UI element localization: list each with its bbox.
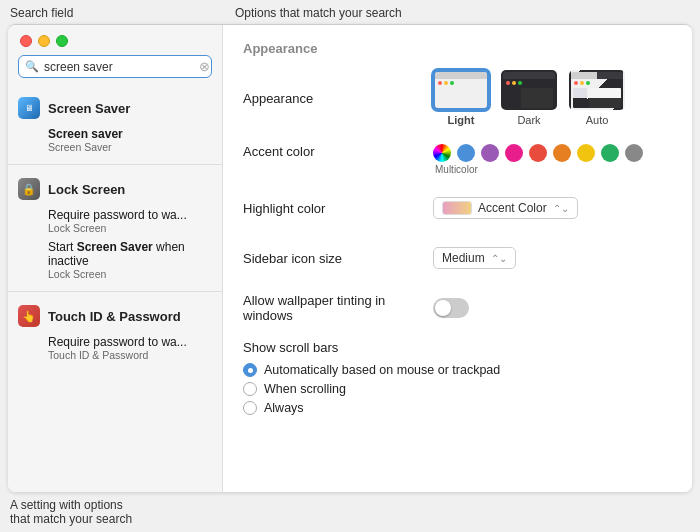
appearance-label: Appearance — [243, 91, 433, 106]
highlight-color-row: Highlight color Accent Color ⌃⌄ — [243, 190, 672, 226]
scroll-always-label: Always — [264, 401, 304, 415]
accent-color-pink[interactable] — [505, 144, 523, 162]
item-subtitle: Lock Screen — [48, 222, 212, 234]
lock-screen-icon: 🔒 — [18, 178, 40, 200]
top-annotations: Search field Options that match your sea… — [0, 0, 700, 24]
scroll-scrolling-radio[interactable] — [243, 382, 257, 396]
touch-id-label: Touch ID & Password — [48, 309, 181, 324]
minimize-button[interactable] — [38, 35, 50, 47]
close-button[interactable] — [20, 35, 32, 47]
left-panel: 🔍 ⊗ 🖥 Screen Saver Screen saver Screen S… — [8, 25, 223, 492]
chevron-down-icon: ⌃⌄ — [491, 253, 507, 264]
search-box[interactable]: 🔍 ⊗ — [18, 55, 212, 78]
appearance-option-dark[interactable]: Dark — [501, 70, 557, 126]
highlight-color-dropdown[interactable]: Accent Color ⌃⌄ — [433, 197, 578, 219]
screen-saver-label: Screen Saver — [48, 101, 130, 116]
accent-color-orange[interactable] — [553, 144, 571, 162]
appearance-option-light[interactable]: Light — [433, 70, 489, 126]
accent-color-yellow[interactable] — [577, 144, 595, 162]
annotation-options: Options that match your search — [225, 6, 690, 20]
bottom-annotations: A setting with options that match your s… — [0, 492, 700, 532]
scroll-always-radio[interactable] — [243, 401, 257, 415]
list-item[interactable]: Require password to wa... Lock Screen — [8, 205, 222, 237]
annotation-search-field: Search field — [10, 6, 225, 20]
appearance-thumb-dark — [501, 70, 557, 110]
content-area: 🔍 ⊗ 🖥 Screen Saver Screen saver Screen S… — [8, 24, 692, 492]
item-subtitle: Lock Screen — [48, 268, 212, 280]
scroll-always-option[interactable]: Always — [243, 401, 672, 415]
item-subtitle: Screen Saver — [48, 141, 212, 153]
scroll-auto-option[interactable]: Automatically based on mouse or trackpad — [243, 363, 672, 377]
scroll-bars-label: Show scroll bars — [243, 340, 672, 355]
item-title-bold: Screen saver — [48, 127, 123, 141]
accent-color-blue[interactable] — [457, 144, 475, 162]
list-item[interactable]: Require password to wa... Touch ID & Pas… — [8, 332, 222, 364]
item-title: Screen saver — [48, 127, 212, 141]
list-item[interactable]: Start Screen Saver when inactive Lock Sc… — [8, 237, 222, 283]
appearance-options: Light — [433, 70, 625, 126]
item-title-bold: Screen Saver — [77, 240, 153, 254]
sidebar-icon-size-value: Medium — [442, 251, 485, 265]
sidebar-item-lock-screen[interactable]: 🔒 Lock Screen — [8, 173, 222, 205]
search-input[interactable] — [44, 60, 194, 74]
accent-colors: Multicolor — [433, 144, 643, 175]
appearance-dark-label: Dark — [517, 114, 540, 126]
sidebar-item-screen-saver[interactable]: 🖥 Screen Saver — [8, 92, 222, 124]
sidebar-icon-size-control: Medium ⌃⌄ — [433, 247, 672, 269]
wallpaper-tinting-label: Allow wallpaper tinting in windows — [243, 293, 433, 323]
result-section-touch-id: 👆 Touch ID & Password Require password t… — [8, 296, 222, 368]
search-icon: 🔍 — [25, 60, 39, 73]
scroll-scrolling-label: When scrolling — [264, 382, 346, 396]
lock-screen-label: Lock Screen — [48, 182, 125, 197]
accent-color-red[interactable] — [529, 144, 547, 162]
scroll-auto-label: Automatically based on mouse or trackpad — [264, 363, 500, 377]
accent-color-row: Accent color — [243, 140, 672, 176]
accent-color-green[interactable] — [601, 144, 619, 162]
sidebar-icon-size-row: Sidebar icon size Medium ⌃⌄ — [243, 240, 672, 276]
scroll-scrolling-option[interactable]: When scrolling — [243, 382, 672, 396]
search-clear-icon[interactable]: ⊗ — [199, 59, 210, 74]
wallpaper-tinting-row: Allow wallpaper tinting in windows — [243, 290, 672, 326]
traffic-lights — [8, 35, 222, 55]
appearance-thumb-auto — [569, 70, 625, 110]
accent-color-purple[interactable] — [481, 144, 499, 162]
appearance-option-auto[interactable]: Auto — [569, 70, 625, 126]
scroll-bars-section: Show scroll bars Automatically based on … — [243, 340, 672, 415]
sidebar-item-touch-id[interactable]: 👆 Touch ID & Password — [8, 300, 222, 332]
accent-color-graphite[interactable] — [625, 144, 643, 162]
multicolor-label: Multicolor — [433, 164, 478, 175]
appearance-control: Light — [433, 70, 672, 126]
item-title: Start Screen Saver when inactive — [48, 240, 212, 268]
appearance-thumb-light — [433, 70, 489, 110]
highlight-color-label: Highlight color — [243, 201, 433, 216]
result-section-screen-saver: 🖥 Screen Saver Screen saver Screen Saver — [8, 88, 222, 160]
sidebar-icon-size-label: Sidebar icon size — [243, 251, 433, 266]
item-title: Require password to wa... — [48, 335, 212, 349]
appearance-auto-label: Auto — [586, 114, 609, 126]
appearance-row: Appearance — [243, 70, 672, 126]
color-dots — [433, 144, 643, 162]
accent-color-control: Multicolor — [433, 144, 672, 175]
annotation-setting: A setting with options that match your s… — [0, 492, 215, 532]
divider — [8, 164, 222, 165]
annotation-bottom-line2: that match your search — [10, 512, 132, 526]
sidebar-icon-size-dropdown[interactable]: Medium ⌃⌄ — [433, 247, 516, 269]
annotation-bottom-line1: A setting with options — [10, 498, 123, 512]
list-item[interactable]: Screen saver Screen Saver — [8, 124, 222, 156]
right-panel: Appearance Appearance — [223, 25, 692, 492]
touch-id-icon: 👆 — [18, 305, 40, 327]
divider — [8, 291, 222, 292]
accent-color-multicolor[interactable] — [433, 144, 451, 162]
screen-saver-icon: 🖥 — [18, 97, 40, 119]
highlight-color-control: Accent Color ⌃⌄ — [433, 197, 672, 219]
wallpaper-tinting-toggle[interactable] — [433, 298, 469, 318]
scroll-auto-radio[interactable] — [243, 363, 257, 377]
chevron-down-icon: ⌃⌄ — [553, 203, 569, 214]
maximize-button[interactable] — [56, 35, 68, 47]
result-section-lock-screen: 🔒 Lock Screen Require password to wa... … — [8, 169, 222, 287]
item-subtitle: Touch ID & Password — [48, 349, 212, 361]
appearance-light-label: Light — [448, 114, 475, 126]
wallpaper-tinting-control — [433, 298, 672, 318]
highlight-swatch — [442, 201, 472, 215]
item-title: Require password to wa... — [48, 208, 212, 222]
